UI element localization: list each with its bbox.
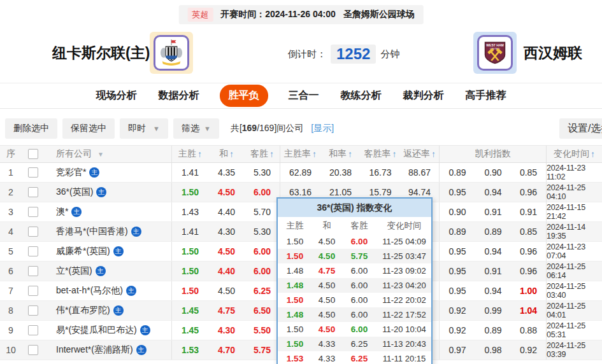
row-checkbox[interactable]	[22, 163, 45, 182]
popup-row: 1.534.336.2511-11 20:15	[278, 351, 431, 364]
chevron-down-icon: ▼	[97, 151, 104, 158]
delete-selected-button[interactable]: 删除选中	[5, 118, 57, 139]
row-checkbox[interactable]	[22, 183, 45, 202]
kelly-draw: 0.91	[475, 202, 511, 221]
company-cell[interactable]: bet-at-h*(马尔他)主	[45, 281, 172, 300]
popup-away-win: 6.25	[341, 354, 377, 363]
popup-change-time: 11-20 10:04	[377, 325, 431, 334]
change-time: 2024-11-23 11:02	[547, 163, 602, 182]
row-checkbox[interactable]	[22, 281, 45, 300]
row-checkbox[interactable]	[22, 340, 45, 360]
kelly-draw: 0.94	[475, 183, 511, 202]
kelly-draw: 0.98	[475, 340, 511, 360]
company-cell[interactable]: 竞彩官*主	[45, 163, 172, 182]
odds-draw: 4.40	[208, 262, 245, 281]
row-index: 3	[0, 202, 22, 221]
popup-draw: 4.33	[312, 354, 341, 363]
select-all-checkbox[interactable]	[22, 146, 45, 162]
change-time: 2024-11-25 06:14	[547, 262, 602, 281]
show-link[interactable]: [显示]	[311, 123, 334, 134]
filter-dropdown[interactable]: 筛选 ▼	[173, 118, 219, 139]
header-draw[interactable]: 和↑	[208, 146, 245, 162]
company-cell[interactable]: 威廉希*(英国)主	[45, 242, 172, 261]
row-index: 7	[0, 281, 22, 300]
change-time: 2024-11-15 21:42	[547, 202, 602, 221]
popup-draw: 4.33	[312, 339, 341, 349]
odds-away-win: 6.00	[245, 262, 280, 281]
kelly-away: 0.85	[511, 222, 547, 241]
tab-2[interactable]: 数据分析	[157, 85, 201, 107]
kelly-away: 0.88	[511, 321, 547, 340]
league-badge[interactable]: 英超	[187, 8, 213, 22]
tab-6[interactable]: 裁判分析	[402, 85, 445, 107]
popup-header: 主胜 和 客胜 变化时间	[278, 217, 431, 234]
home-team-name: 纽卡斯尔联(主)	[52, 43, 150, 63]
popup-away-win: 6.00	[341, 266, 377, 276]
popup-away-win: 6.25	[341, 339, 377, 349]
row-index: 8	[0, 301, 22, 320]
company-cell[interactable]: 伟*(直布罗陀)主	[45, 301, 172, 320]
header-away-win[interactable]: 客胜↑	[245, 146, 280, 162]
row-checkbox[interactable]	[22, 262, 45, 281]
header-home-rate[interactable]: 主胜率↑	[280, 146, 320, 162]
settings-button[interactable]: 设置/选择	[559, 118, 602, 139]
kelly-home: 0.92	[440, 321, 475, 340]
popup-change-time: 11-25 04:09	[377, 237, 431, 246]
kelly-draw: 0.90	[475, 163, 511, 182]
popup-home-win: 1.53	[278, 354, 312, 363]
company-cell[interactable]: 易*(安提瓜和巴布达)主	[45, 321, 172, 340]
odds-home-win: 1.45	[172, 321, 208, 340]
odds-home-win: 1.43	[172, 202, 208, 221]
kelly-away: 0.91	[511, 202, 547, 221]
header-company[interactable]: 所有公司▼	[45, 146, 172, 162]
company-cell[interactable]: 36*(英国)主	[45, 183, 172, 202]
tab-5[interactable]: 教练分析	[340, 85, 383, 107]
toolbar: 删除选中 保留选中 即时 ▼ 筛选 ▼ 共[169/169]间公司 [显示]	[5, 118, 334, 139]
tab-1[interactable]: 现场分析	[95, 85, 138, 107]
tab-3[interactable]: 胜平负	[220, 85, 268, 107]
kickoff-value: 2024-11-26 04:00	[265, 9, 336, 19]
tab-7[interactable]: 高手推荐	[464, 85, 508, 107]
row-index: 1	[0, 163, 22, 182]
popup-draw: 4.50	[312, 325, 341, 334]
change-time: 2024-11-25 04:10	[547, 183, 602, 202]
company-cell[interactable]: Interwet*(塞浦路斯)主	[45, 340, 172, 360]
company-cell[interactable]: 立*(英国)主	[45, 262, 172, 281]
header-away-rate[interactable]: 客胜率↑	[361, 146, 400, 162]
row-checkbox[interactable]	[22, 301, 45, 320]
sort-up-icon: ↑	[312, 149, 317, 159]
home-rate: 62.89	[280, 163, 320, 182]
kelly-home: 0.92	[440, 301, 475, 320]
row-checkbox[interactable]	[22, 321, 45, 340]
company-cell[interactable]: 香港马*(中国香港)主	[45, 222, 172, 241]
tab-4[interactable]: 三合一	[287, 85, 320, 107]
popup-row: 1.484.506.0011-23 04:20	[278, 278, 431, 293]
header-change-time[interactable]: 变化时间↑	[547, 146, 602, 162]
newcastle-crest-icon	[157, 39, 185, 67]
popup-draw: 4.75	[312, 266, 341, 276]
row-checkbox[interactable]	[22, 242, 45, 261]
header-index: 序	[0, 146, 22, 162]
header-kelly: 凯利指数	[440, 146, 547, 162]
popup-change-time: 11-13 20:43	[377, 339, 431, 349]
host-badge-icon: 主	[96, 266, 106, 276]
popup-change-time: 11-25 03:47	[377, 251, 431, 261]
live-odds-dropdown[interactable]: 即时 ▼	[120, 118, 168, 139]
row-checkbox[interactable]	[22, 202, 45, 221]
kelly-away: 0.96	[511, 242, 547, 261]
header-payout-rate[interactable]: 返还率↑	[400, 146, 440, 162]
popup-change-time: 11-22 17:52	[377, 310, 431, 319]
kelly-away: 1.00	[511, 281, 547, 300]
host-badge-icon: 主	[96, 187, 106, 197]
row-checkbox[interactable]	[22, 222, 45, 241]
keep-selected-button[interactable]: 保留选中	[62, 118, 115, 139]
popup-away-win: 6.00	[341, 237, 377, 246]
odds-change-popup: 36*(英国) 指数变化 主胜 和 客胜 变化时间 1.504.506.0011…	[276, 197, 433, 364]
company-cell[interactable]: 澳*主	[45, 202, 172, 221]
kelly-home: 0.95	[440, 183, 475, 202]
odds-home-win: 1.41	[172, 222, 208, 241]
away-crest-box: WEST HAM UNITED	[477, 35, 513, 71]
header-home-win[interactable]: 主胜↑	[172, 146, 208, 162]
odds-draw: 4.75	[208, 301, 245, 320]
header-draw-rate[interactable]: 和率↑	[320, 146, 361, 162]
